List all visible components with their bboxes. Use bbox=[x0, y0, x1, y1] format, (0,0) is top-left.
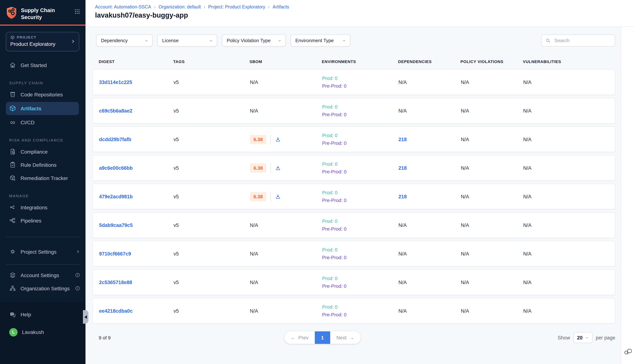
license-filter-dropdown[interactable]: License bbox=[157, 34, 217, 46]
dependencies-link[interactable]: 218 bbox=[399, 165, 407, 171]
prod-count: Prod: 0 bbox=[322, 189, 399, 196]
environments-cell: Prod: 0 Pre-Prod: 0 bbox=[322, 132, 399, 147]
dependencies-value: N/A bbox=[399, 308, 461, 314]
digest-link[interactable]: c69c5b6a8ae2 bbox=[99, 108, 132, 114]
sidebar-item-label: Compliance bbox=[21, 149, 48, 154]
vulnerabilities-value: N/A bbox=[523, 79, 615, 85]
dependency-filter-dropdown[interactable]: Dependency bbox=[96, 34, 153, 46]
vulnerabilities-value: N/A bbox=[523, 165, 615, 171]
tag-value: v5 bbox=[174, 194, 250, 199]
sidebar-item-get-started[interactable]: Get Started bbox=[0, 58, 86, 72]
vulnerabilities-value: N/A bbox=[523, 136, 615, 142]
column-header-dependencies: DEPENDENCIES bbox=[398, 60, 460, 64]
page-title: lavakush07/easy-buggy-app bbox=[95, 11, 634, 20]
search-icon bbox=[545, 38, 551, 43]
preprod-count: Pre-Prod: 0 bbox=[322, 254, 399, 261]
digest-link[interactable]: ee4218cdba0c bbox=[99, 308, 133, 314]
sbom-cell: 6.38 bbox=[250, 134, 322, 144]
column-header-tags: TAGS bbox=[173, 60, 249, 64]
digest-link[interactable]: 5dab9caa79c5 bbox=[99, 222, 133, 228]
breadcrumb-project[interactable]: Project: Product Exploratory bbox=[208, 4, 265, 10]
table-row: 5dab9caa79c5 v5 N/A Prod: 0 Pre-Prod: 0 … bbox=[93, 212, 615, 238]
sidebar-item-code-repositories[interactable]: </> Code Repositories bbox=[0, 88, 86, 101]
breadcrumb-organization[interactable]: Organization: default bbox=[159, 4, 201, 10]
divider bbox=[6, 236, 80, 237]
current-page-button[interactable]: 1 bbox=[315, 332, 330, 344]
sidebar-item-compliance[interactable]: Compliance bbox=[0, 145, 86, 158]
sidebar-item-label: Remediation Tracker bbox=[21, 175, 68, 181]
sidebar-item-label: Artifacts bbox=[21, 106, 42, 111]
breadcrumb-account[interactable]: Account: Automation-SSCA bbox=[95, 4, 151, 10]
sidebar-item-rule-definitions[interactable]: Rule Definitions bbox=[0, 158, 86, 171]
layers-icon bbox=[9, 272, 16, 278]
project-selector[interactable]: PROJECT Product Exploratory bbox=[6, 32, 79, 51]
chevron-down-icon bbox=[585, 336, 589, 340]
table-row: 2c5365718e88 v5 N/A Prod: 0 Pre-Prod: 0 … bbox=[93, 270, 615, 295]
policy-violations-value: N/A bbox=[461, 165, 523, 171]
sidebar-item-help[interactable]: ? Help bbox=[0, 308, 86, 321]
compliance-doc-icon bbox=[9, 148, 16, 155]
sidebar-item-artifacts[interactable]: Artifacts bbox=[6, 102, 79, 115]
module-grid-icon[interactable] bbox=[74, 8, 80, 15]
filter-label: Policy Violation Type bbox=[227, 38, 270, 43]
sidebar-item-remediation-tracker[interactable]: Remediation Tracker bbox=[0, 171, 86, 184]
breadcrumb: Account: Automation-SSCA › Organization:… bbox=[95, 4, 634, 10]
user-menu[interactable]: L Lavakush bbox=[0, 326, 86, 339]
next-page-button[interactable]: Next → bbox=[330, 332, 361, 344]
search-input[interactable] bbox=[554, 38, 611, 44]
download-sbom-icon[interactable] bbox=[275, 193, 281, 200]
project-label: PROJECT bbox=[17, 35, 37, 39]
dependencies-value: N/A bbox=[399, 251, 461, 256]
info-icon bbox=[75, 286, 80, 291]
policy-violations-value: N/A bbox=[461, 136, 523, 142]
tag-value: v5 bbox=[174, 280, 250, 285]
table-header: DIGEST TAGS SBOM ENVIRONMENTS DEPENDENCI… bbox=[93, 60, 615, 64]
sidebar-item-label: Help bbox=[21, 312, 31, 318]
table-row: dcdd29b7fafb v5 6.38 Pr bbox=[93, 126, 615, 152]
chat-bubbles-icon[interactable] bbox=[623, 347, 631, 355]
digest-link[interactable]: 479e2acd981b bbox=[99, 194, 133, 199]
preprod-count: Pre-Prod: 0 bbox=[322, 168, 399, 176]
policy-violations-value: N/A bbox=[461, 108, 523, 114]
sidebar-item-integrations[interactable]: Integrations bbox=[0, 201, 86, 214]
prod-count: Prod: 0 bbox=[322, 217, 399, 225]
sidebar-item-organization-settings[interactable]: Organization Settings bbox=[0, 282, 86, 295]
digest-link[interactable]: dcdd29b7fafb bbox=[99, 136, 131, 142]
chevron-down-icon bbox=[277, 38, 282, 43]
breadcrumb-artifacts[interactable]: Artifacts bbox=[273, 4, 289, 10]
dependencies-link[interactable]: 218 bbox=[399, 136, 407, 142]
download-sbom-icon[interactable] bbox=[275, 165, 281, 171]
arrow-right-icon: → bbox=[349, 335, 354, 340]
org-chart-icon bbox=[9, 285, 16, 292]
chevron-right-icon bbox=[71, 39, 76, 44]
sidebar-item-account-settings[interactable]: Account Settings bbox=[0, 268, 86, 282]
chevron-down-icon bbox=[144, 38, 149, 43]
digest-link[interactable]: 2c5365718e88 bbox=[99, 280, 132, 285]
digest-link[interactable]: 33d114e1c225 bbox=[99, 79, 132, 85]
column-header-vulnerabilities: VULNERABILITIES bbox=[523, 60, 615, 64]
sidebar-item-project-settings[interactable]: Project Settings bbox=[0, 245, 86, 258]
filter-label: Environment Type bbox=[295, 38, 334, 43]
prev-page-button[interactable]: ← Prev bbox=[284, 332, 315, 344]
table-row: 479e2acd981b v5 6.38 Pr bbox=[93, 184, 615, 209]
content-area: Dependency License Policy Violation Type bbox=[86, 27, 621, 364]
policy-violation-type-filter-dropdown[interactable]: Policy Violation Type bbox=[222, 34, 286, 46]
digest-link[interactable]: a9c6e00c66bb bbox=[99, 165, 133, 171]
dependencies-link[interactable]: 218 bbox=[399, 194, 407, 199]
sidebar-collapse-handle[interactable] bbox=[83, 310, 88, 324]
artifacts-table: DIGEST TAGS SBOM ENVIRONMENTS DEPENDENCI… bbox=[93, 60, 615, 324]
digest-link[interactable]: 9710cf6667c9 bbox=[99, 251, 131, 256]
sidebar-item-pipelines[interactable]: Pipelines bbox=[0, 214, 86, 227]
sidebar-item-cicd[interactable]: ∞ CI/CD bbox=[0, 116, 86, 129]
collapse-arrow-icon bbox=[84, 315, 87, 319]
preprod-count: Pre-Prod: 0 bbox=[322, 282, 399, 290]
sbom-value: N/A bbox=[250, 280, 322, 285]
environments-cell: Prod: 0 Pre-Prod: 0 bbox=[322, 303, 399, 318]
tag-value: v5 bbox=[174, 222, 250, 228]
logo-row: Supply Chain Security bbox=[0, 0, 86, 20]
download-sbom-icon[interactable] bbox=[275, 136, 281, 142]
policy-violations-value: N/A bbox=[461, 194, 523, 199]
page-size-select[interactable]: 20 bbox=[573, 332, 592, 343]
filter-toolbar: Dependency License Policy Violation Type bbox=[86, 27, 621, 46]
environment-type-filter-dropdown[interactable]: Environment Type bbox=[290, 34, 350, 46]
